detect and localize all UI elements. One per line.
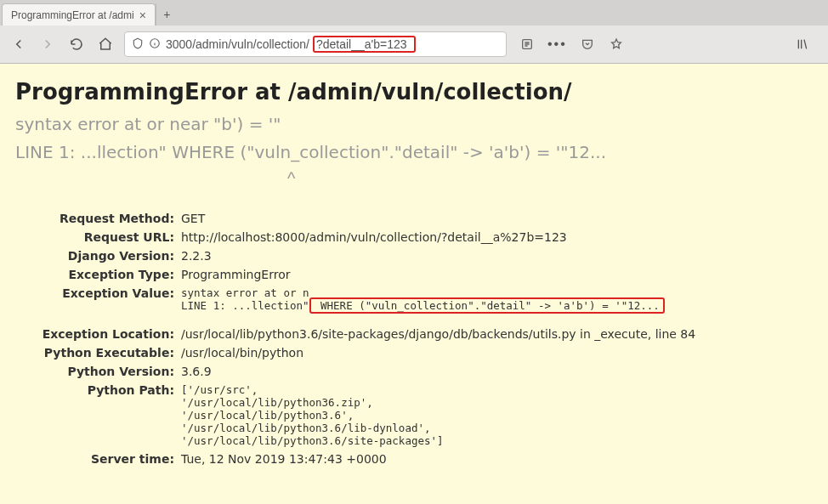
tab-title: ProgrammingError at /admi — [11, 9, 134, 21]
meta-row-python-executable: Python Executable: /usr/local/bin/python — [15, 343, 813, 362]
browser-toolbar: 3000/admin/vuln/collection/ ?detail__a'b… — [0, 25, 828, 63]
meta-row-python-path: Python Path: ['/usr/src', '/usr/local/li… — [15, 381, 813, 450]
error-heading: ProgrammingError at /admin/vuln/collecti… — [15, 79, 813, 105]
meta-row-python-version: Python Version: 3.6.9 — [15, 362, 813, 381]
tab-strip: ProgrammingError at /admi × + — [0, 0, 828, 25]
python-path-list: ['/usr/src', '/usr/local/lib/python36.zi… — [181, 383, 813, 447]
meta-key: Exception Location: — [15, 327, 181, 341]
exception-value-line2-pre: LINE 1: ...llection" — [181, 299, 309, 312]
meta-row-exception-type: Exception Type: ProgrammingError — [15, 265, 813, 284]
meta-key: Exception Value: — [15, 286, 181, 300]
info-icon[interactable] — [149, 37, 161, 52]
page-actions-icon[interactable]: ••• — [547, 37, 567, 52]
meta-row-django-version: Django Version: 2.2.3 — [15, 246, 813, 265]
meta-val: ProgrammingError — [181, 268, 813, 281]
reader-view-icon[interactable] — [519, 36, 536, 53]
url-bar[interactable]: 3000/admin/vuln/collection/ ?detail__a'b… — [124, 31, 507, 57]
close-icon[interactable]: × — [139, 8, 146, 22]
meta-val: /usr/local/bin/python — [181, 346, 813, 360]
meta-val: 3.6.9 — [181, 365, 813, 378]
forward-button[interactable] — [37, 34, 58, 54]
meta-val: http://localhost:8000/admin/vuln/collect… — [181, 230, 813, 244]
meta-val: syntax error at or n LINE 1: ...llection… — [181, 286, 813, 312]
error-meta-table: Request Method: GET Request URL: http://… — [15, 209, 813, 468]
url-text-boxed: ?detail__a'b=123 — [316, 37, 407, 51]
home-button[interactable] — [95, 34, 116, 54]
library-icon[interactable] — [794, 36, 811, 53]
shield-icon[interactable] — [132, 37, 144, 52]
meta-row-exception-value: Exception Value: syntax error at or n LI… — [15, 284, 813, 314]
meta-key: Python Path: — [15, 383, 181, 397]
meta-key: Python Executable: — [15, 346, 181, 360]
meta-key: Python Version: — [15, 365, 181, 378]
back-button[interactable] — [9, 34, 29, 54]
url-bar-actions: ••• — [519, 36, 625, 53]
meta-key: Django Version: — [15, 249, 181, 263]
error-page: ProgrammingError at /admin/vuln/collecti… — [0, 64, 828, 504]
meta-key: Exception Type: — [15, 268, 181, 281]
error-caret: ^ — [287, 169, 813, 189]
python-path-line: ['/usr/src', — [181, 383, 813, 396]
meta-val: Tue, 12 Nov 2019 13:47:43 +0000 — [181, 452, 813, 466]
bookmark-star-icon[interactable] — [608, 36, 625, 53]
reload-button[interactable] — [66, 34, 87, 54]
meta-row-exception-location: Exception Location: /usr/local/lib/pytho… — [15, 325, 813, 343]
error-subline-1: syntax error at or near "b') = '" — [15, 113, 813, 136]
meta-row-server-time: Server time: Tue, 12 Nov 2019 13:47:43 +… — [15, 450, 813, 468]
new-tab-button[interactable]: + — [156, 3, 178, 25]
meta-val: GET — [181, 212, 813, 225]
python-path-line: '/usr/local/lib/python36.zip', — [181, 396, 813, 409]
python-path-line: '/usr/local/lib/python3.6/lib-dynload', — [181, 422, 813, 434]
meta-key: Server time: — [15, 452, 181, 466]
meta-row-request-url: Request URL: http://localhost:8000/admin… — [15, 228, 813, 246]
meta-val: 2.2.3 — [181, 249, 813, 263]
python-path-line: '/usr/local/lib/python3.6', — [181, 409, 813, 422]
exception-value-highlight: WHERE ("vuln_collection"."detail" -> 'a'… — [309, 297, 665, 314]
pocket-icon[interactable] — [579, 36, 596, 53]
url-query-highlight: ?detail__a'b=123 — [313, 36, 416, 53]
meta-val: /usr/local/lib/python3.6/site-packages/d… — [181, 327, 813, 341]
browser-tab[interactable]: ProgrammingError at /admi × — [2, 3, 156, 25]
exception-value-line1: syntax error at or n — [181, 286, 309, 299]
python-path-line: '/usr/local/lib/python3.6/site-packages'… — [181, 434, 813, 447]
toolbar-right — [794, 36, 819, 53]
meta-row-request-method: Request Method: GET — [15, 209, 813, 228]
url-text-left: 3000/admin/vuln/collection/ — [166, 37, 309, 51]
meta-key: Request Method: — [15, 212, 181, 225]
meta-key: Request URL: — [15, 230, 181, 244]
browser-chrome: ProgrammingError at /admi × + 3000/admin… — [0, 0, 828, 64]
error-subline-2: LINE 1: ...llection" WHERE ("vuln_collec… — [15, 141, 813, 164]
